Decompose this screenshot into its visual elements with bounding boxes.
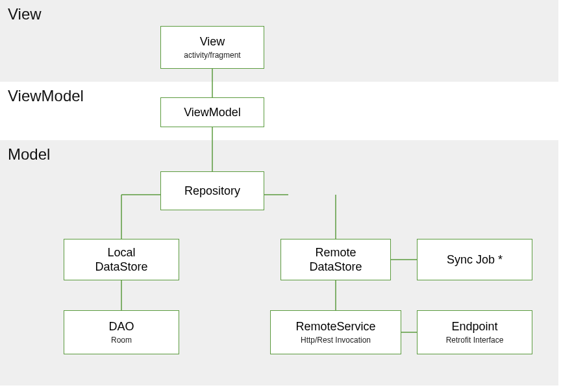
- box-local-datastore-title: LocalDataStore: [95, 245, 147, 275]
- box-dao-sub: Room: [111, 336, 132, 345]
- box-sync-job-title: Sync Job *: [447, 252, 503, 267]
- box-endpoint-title: Endpoint: [451, 319, 497, 334]
- box-local-datastore: LocalDataStore: [64, 239, 179, 280]
- layer-model-label: Model: [8, 145, 50, 164]
- box-viewmodel-title: ViewModel: [184, 105, 241, 120]
- box-remote-service-title: RemoteService: [295, 319, 375, 334]
- box-remote-datastore-title: RemoteDataStore: [309, 245, 362, 275]
- box-endpoint: Endpoint Retrofit Interface: [417, 310, 532, 354]
- layer-viewmodel-label: ViewModel: [8, 87, 84, 105]
- box-repository: Repository: [160, 171, 264, 210]
- box-repository-title: Repository: [184, 184, 240, 199]
- box-view: View activity/fragment: [160, 26, 264, 69]
- box-view-sub: activity/fragment: [184, 51, 240, 60]
- box-remote-service: RemoteService Http/Rest Invocation: [270, 310, 401, 354]
- box-viewmodel: ViewModel: [160, 97, 264, 127]
- layer-viewmodel: ViewModel: [0, 82, 558, 140]
- layer-view: View: [0, 0, 558, 82]
- box-dao: DAO Room: [64, 310, 179, 354]
- box-dao-title: DAO: [108, 319, 134, 334]
- box-endpoint-sub: Retrofit Interface: [446, 336, 504, 345]
- box-view-title: View: [200, 34, 225, 49]
- box-sync-job: Sync Job *: [417, 239, 532, 280]
- layer-view-label: View: [8, 5, 42, 23]
- box-remote-datastore: RemoteDataStore: [280, 239, 391, 280]
- box-remote-service-sub: Http/Rest Invocation: [301, 336, 371, 345]
